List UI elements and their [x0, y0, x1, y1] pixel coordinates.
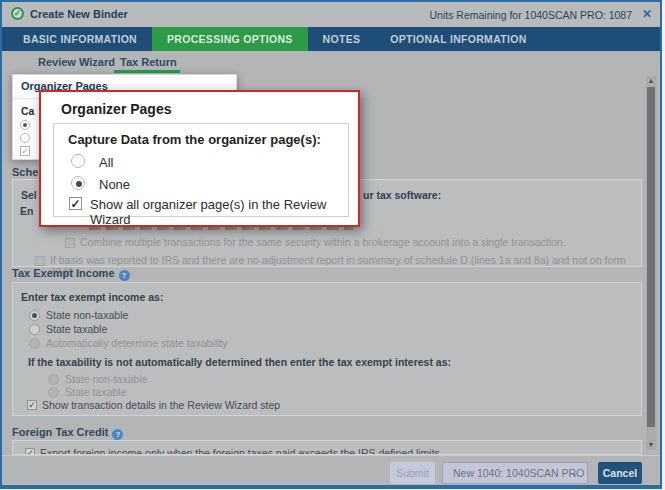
dialog-footer: Submit New 1040: 1040SCAN PRO ⌄ Cancel — [2, 455, 660, 485]
sub-radio-state-taxable-label: State taxable — [65, 386, 126, 398]
capture-data-label-fragment: Ca — [21, 105, 34, 117]
show-transaction-details-label: Show transaction details in the Review W… — [42, 399, 280, 411]
help-icon[interactable]: ? — [112, 429, 123, 440]
export-foreign-income-label: Export foreign income only when the fore… — [40, 447, 443, 455]
tax-exempt-intro: Enter tax exempt income as: — [21, 291, 163, 303]
basis-reported-checkbox — [35, 256, 45, 266]
close-icon[interactable]: ✕ — [642, 7, 652, 21]
tab-notes[interactable]: NOTES — [308, 27, 376, 51]
create-new-binder-dialog: ✓ Create New Binder Units Remaining for … — [0, 0, 662, 489]
scroll-up-icon[interactable]: ▲ — [646, 76, 656, 86]
foreign-tax-panel: ✓ Export foreign income only when the fo… — [12, 440, 642, 455]
radio-state-non-taxable-label: State non-taxable — [46, 309, 128, 321]
tab-basic-information[interactable]: BASIC INFORMATION — [8, 27, 152, 51]
subtab-tax-return[interactable]: Tax Return — [120, 56, 177, 68]
tax-exempt-header-text: Tax Exempt Income — [12, 267, 115, 279]
foreign-tax-section-header: Foreign Tax Credit? — [12, 426, 123, 440]
scroll-down-icon[interactable]: ▼ — [646, 440, 656, 450]
radio-all-label: All — [99, 155, 113, 170]
organizer-radio-2[interactable] — [20, 133, 30, 143]
radio-auto-determine-label: Automatically determine state taxability — [46, 337, 228, 349]
tax-exempt-sub-intro: If the taxability is not automatically d… — [28, 356, 451, 368]
radio-all[interactable] — [71, 154, 85, 168]
popup-title: Organizer Pages — [61, 101, 172, 117]
vertical-scrollbar[interactable]: ▲ ▼ — [646, 76, 656, 450]
dialog-title-bar: ✓ Create New Binder Units Remaining for … — [2, 2, 660, 27]
scrollbar-thumb[interactable] — [647, 87, 655, 427]
show-all-organizer-pages-checkbox[interactable]: ✓ — [69, 197, 82, 210]
radio-none[interactable] — [71, 176, 85, 190]
organizer-radio-1[interactable] — [20, 120, 30, 130]
radio-none-label: None — [99, 177, 130, 192]
export-foreign-income-checkbox[interactable]: ✓ — [25, 448, 35, 455]
tax-exempt-section-header: Tax Exempt Income? — [12, 267, 130, 281]
radio-state-taxable[interactable] — [29, 324, 40, 335]
basis-reported-label: If basis was reported to IRS and there a… — [50, 254, 641, 278]
check-icon: ✓ — [21, 146, 29, 156]
radio-state-taxable-label: State taxable — [46, 323, 107, 335]
main-tab-bar: BASIC INFORMATIONPROCESSING OPTIONSNOTES… — [2, 27, 660, 51]
organizer-checkbox[interactable]: ✓ — [20, 146, 30, 156]
sub-tab-bar: Review Wizard Tax Return — [2, 51, 660, 74]
show-all-organizer-pages-label: Show all organizer page(s) in the Review… — [90, 197, 348, 227]
sub-radio-state-non-taxable — [48, 374, 59, 385]
binder-check-icon: ✓ — [11, 7, 24, 20]
check-icon: ✓ — [26, 448, 34, 455]
radio-auto-determine — [29, 338, 40, 349]
binder-type-value: New 1040: 1040SCAN PRO — [453, 463, 584, 483]
capture-data-question: Capture Data from the organizer page(s): — [68, 132, 321, 147]
help-icon[interactable]: ? — [119, 270, 130, 281]
subtab-review-wizard[interactable]: Review Wizard — [38, 56, 115, 68]
combine-transactions-label: Combine multiple transactions for the sa… — [80, 236, 566, 248]
schedule-select-line-fragment-left: Sel — [21, 189, 37, 201]
schedule-enter-line-fragment: En — [20, 205, 33, 217]
organizer-pages-popup: Organizer Pages Capture Data from the or… — [39, 90, 360, 227]
tab-optional-information[interactable]: OPTIONAL INFORMATION — [375, 27, 541, 51]
tab-processing-options[interactable]: PROCESSING OPTIONS — [152, 27, 308, 51]
tax-exempt-panel: Enter tax exempt income as: State non-ta… — [12, 282, 642, 416]
active-subtab-underline — [114, 70, 180, 73]
schedule-section-header-fragment: Sche — [12, 166, 38, 178]
screenshot-stage: ✓ Create New Binder Units Remaining for … — [0, 0, 665, 490]
submit-button[interactable]: Submit — [390, 462, 435, 484]
schedule-select-line-fragment-right: ur tax software: — [363, 189, 441, 201]
check-icon: ✓ — [28, 400, 36, 410]
chevron-down-icon: ⌄ — [570, 462, 579, 482]
popup-options-box: Capture Data from the organizer page(s):… — [53, 123, 349, 217]
sub-radio-state-non-taxable-label: State non-taxable — [65, 373, 147, 385]
sub-radio-state-taxable — [48, 387, 59, 398]
dialog-title: Create New Binder — [30, 8, 128, 20]
combine-transactions-checkbox — [65, 238, 75, 248]
units-remaining-label: Units Remaining for 1040SCAN PRO: 1087 — [429, 9, 632, 21]
check-icon: ✓ — [70, 197, 80, 211]
cancel-button[interactable]: Cancel — [598, 462, 642, 484]
foreign-tax-header-text: Foreign Tax Credit — [12, 426, 108, 438]
show-transaction-details-checkbox[interactable]: ✓ — [27, 400, 37, 410]
binder-type-dropdown[interactable]: New 1040: 1040SCAN PRO ⌄ — [442, 462, 588, 484]
radio-state-non-taxable[interactable] — [29, 310, 40, 321]
